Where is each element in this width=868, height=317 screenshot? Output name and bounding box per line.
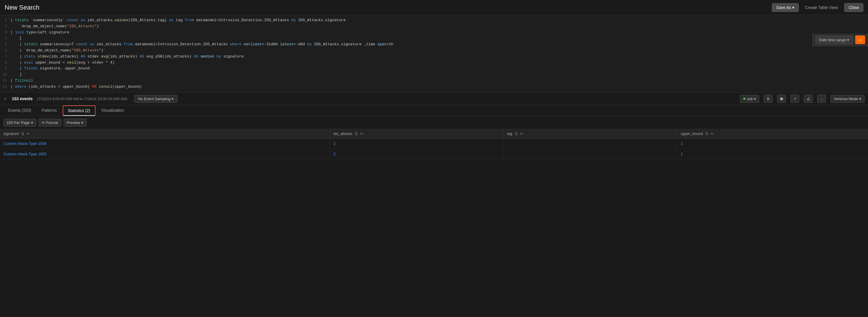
cell-upper-bound-0: 1 [677,138,868,149]
chevron-down-icon: ▾ [172,97,174,101]
tab-visualization[interactable]: Visualization [97,106,129,116]
verbose-mode-button[interactable]: Verbose Mode ▾ [831,95,865,103]
chevron-down-icon: ▾ [81,121,83,125]
events-date-range: (7/18/24 9:00:00.000 AM to 7/18/24 10:00… [37,97,127,101]
job-status-dot [743,98,745,100]
sort-icon[interactable]: ⇅ [515,131,518,136]
code-line-7: 7 | stats stdev(ids_attacks) AS stdev av… [0,54,868,60]
print-button[interactable]: 🖨 [804,95,812,103]
no-sampling-label: No Event Sampling [138,97,170,101]
main-content: Date time range ▾ ⌕ 1 | tstats `summarie… [0,15,868,317]
print-icon: 🖨 [806,96,810,101]
date-range-button[interactable]: Date time range ▾ [815,36,853,44]
code-line-8: 8 | eval upper_bound = ceil(avg + stdev … [0,60,868,66]
download-icon: ↓ [821,96,823,101]
format-button[interactable]: ✏ Format [39,119,61,127]
search-bar: Date time range ▾ ⌕ [812,34,868,46]
header-actions: Save As ▾ Create Table View Close [772,3,863,12]
tab-statistics[interactable]: Statistics (2) [63,105,95,116]
code-line-3: 3 | join type=left signature [0,30,868,36]
chevron-down-icon: ▾ [792,5,794,10]
pencil-icon: ✏ [42,121,45,125]
chevron-down-icon: ▾ [31,121,33,125]
table-body: Custom Attack Type 1058 2 1 Custom Attac… [0,138,868,159]
create-table-button[interactable]: Create Table View [801,3,842,11]
stop-button[interactable]: ⏹ [777,95,786,103]
stop-icon: ⏹ [779,96,783,101]
chevron-down-icon: ▾ [859,97,861,101]
edit-icon[interactable]: ✏ [27,131,30,136]
code-line-2: 2 `drop_dm_object_name("IDS_Attacks")` [0,24,868,30]
job-button[interactable]: Job ▾ [740,95,759,103]
verbose-mode-label: Verbose Mode [834,97,858,101]
search-icon: ⌕ [859,37,862,42]
code-line-11: 11 | fillnull [0,78,868,84]
share-icon: ↗ [793,96,797,101]
tab-patterns[interactable]: Patterns [37,106,61,116]
date-range-label: Date time range [819,38,846,42]
tab-events[interactable]: Events (153) [3,106,36,116]
cell-tag-1 [503,149,677,159]
format-label: Format [46,121,58,125]
sort-icon[interactable]: ⇅ [705,131,708,136]
search-button[interactable]: ⌕ [855,35,865,44]
cell-ids-attacks-1: 2 [330,149,503,159]
pause-button[interactable]: ⏸ [764,95,773,103]
pause-icon: ⏸ [766,96,770,101]
col-header-tag: tag ⇅ ✏ [503,129,677,138]
table-row: Custom Attack Type 1058 2 1 [0,138,868,149]
job-label: Job [747,97,753,101]
edit-icon[interactable]: ✏ [711,131,714,136]
col-header-ids-attacks: ids_attacks ⇅ ✏ [330,129,503,138]
per-page-button[interactable]: 100 Per Page ▾ [3,119,36,127]
edit-icon[interactable]: ✏ [360,131,364,136]
per-page-label: 100 Per Page [7,121,30,125]
sort-icon[interactable]: ⇅ [355,131,358,136]
chevron-down-icon: ▾ [754,97,756,101]
no-sampling-button[interactable]: No Event Sampling ▾ [134,95,177,103]
events-count: 153 events [12,96,33,101]
preview-button[interactable]: Preview ▾ [64,119,87,127]
results-bar: ✓ 153 events (7/18/24 9:00:00.000 AM to … [0,93,868,105]
toolbar-row: 100 Per Page ▾ ✏ Format Preview ▾ [0,117,868,129]
cell-ids-attacks-0: 2 [330,138,503,149]
chevron-down-icon: ▾ [847,38,849,42]
code-line-9: 9 | fields signature, upper_bound [0,66,868,72]
cell-tag-0 [503,138,677,149]
download-button[interactable]: ↓ [817,95,826,103]
check-icon: ✓ [3,96,7,102]
code-line-5: 5 | tstats summariesonly=T count as ids_… [0,41,868,47]
share-button[interactable]: ↗ [790,95,799,103]
col-header-upper-bound: upper_bound ⇅ ✏ [677,129,868,138]
page-title: New Search [5,4,39,11]
col-header-signature: signature ⇅ ✏ [0,129,330,138]
close-button[interactable]: Close [844,3,863,12]
results-table: signature ⇅ ✏ ids_attacks ⇅ ✏ [0,129,868,159]
code-line-10: 10 ] [0,72,868,78]
table-header-row: signature ⇅ ✏ ids_attacks ⇅ ✏ [0,129,868,138]
code-line-12: 12 | where (ids_attacks > upper_bound) O… [0,84,868,90]
preview-label: Preview [67,121,80,125]
code-line-1: 1 | tstats `summariesonly` count as ids_… [0,18,868,24]
cell-signature-0: Custom Attack Type 1058 [0,138,330,149]
table-row: Custom Attack Type 1855 2 1 [0,149,868,159]
save-as-button[interactable]: Save As ▾ [772,3,799,12]
code-editor[interactable]: Date time range ▾ ⌕ 1 | tstats `summarie… [0,15,868,93]
save-as-label: Save As [776,5,791,10]
edit-icon[interactable]: ✏ [520,131,523,136]
tabs-row: Events (153) Patterns Statistics (2) Vis… [0,105,868,117]
code-line-4: 4 [ [0,35,868,41]
code-line-6: 6 | `drop_dm_object_name("IDS_Attacks")` [0,47,868,54]
sort-icon[interactable]: ⇅ [21,131,24,136]
cell-signature-1: Custom Attack Type 1855 [0,149,330,159]
cell-upper-bound-1: 1 [677,149,868,159]
header: New Search Save As ▾ Create Table View C… [0,0,868,15]
table-container: signature ⇅ ✏ ids_attacks ⇅ ✏ [0,129,868,317]
